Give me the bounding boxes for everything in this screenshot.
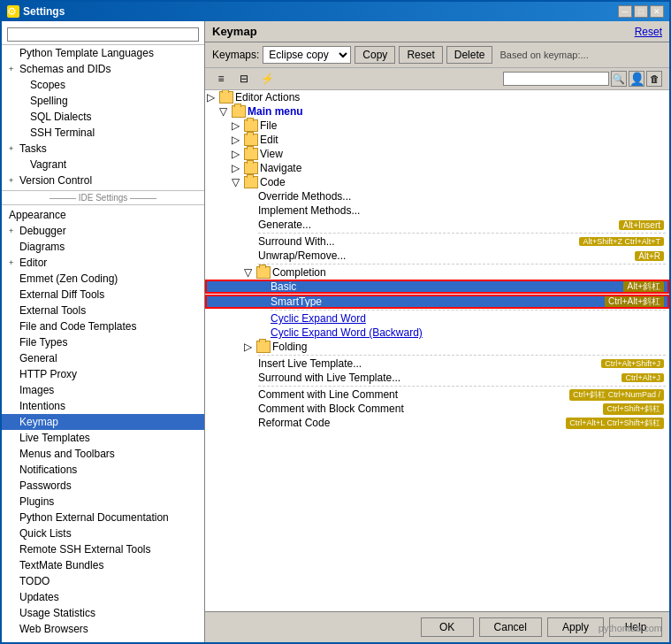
tree-row-implement[interactable]: Implement Methods... xyxy=(205,203,669,218)
sidebar-item-diagrams[interactable]: Diagrams xyxy=(2,239,204,255)
tree-row-completion[interactable]: ▽ Completion xyxy=(205,265,669,280)
ide-settings-separator: ——— IDE Settings ——— xyxy=(2,190,204,205)
sidebar-label: Keymap xyxy=(19,416,58,428)
collapse-all-icon[interactable]: ⊟ xyxy=(235,71,253,87)
tree-row-generate[interactable]: Generate... Alt+Insert xyxy=(205,218,669,232)
keymap-select[interactable]: Eclipse copy xyxy=(263,46,351,64)
sidebar-item-spelling[interactable]: Spelling xyxy=(2,93,204,109)
tree-row-insert-live[interactable]: Insert Live Template... Ctrl+Alt+Shift+J xyxy=(205,356,669,371)
maximize-button[interactable]: □ xyxy=(634,5,648,18)
separator xyxy=(258,264,666,264)
folder-icon xyxy=(244,162,258,174)
sidebar-item-debugger[interactable]: + Debugger xyxy=(2,223,204,239)
sidebar-label: HTTP Proxy xyxy=(19,368,77,380)
sidebar-item-notifications[interactable]: Notifications xyxy=(2,462,204,478)
sidebar-item-schemas[interactable]: + Schemas and DIDs xyxy=(2,61,204,77)
sidebar-item-menus[interactable]: Menus and Toolbars xyxy=(2,446,204,462)
sidebar-item-images[interactable]: Images xyxy=(2,382,204,398)
tree-row-line-comment[interactable]: Comment with Line Comment Ctrl+斜杠 Ctrl+N… xyxy=(205,387,669,402)
shortcut-badge: Ctrl+Shift+斜杠 xyxy=(603,403,664,415)
sidebar-item-todo[interactable]: TODO xyxy=(2,573,204,589)
sidebar-item-textmate[interactable]: TextMate Bundles xyxy=(2,557,204,573)
tree-row-basic[interactable]: Basic Alt+斜杠 xyxy=(205,280,669,294)
tree-row-navigate[interactable]: ▷ Navigate xyxy=(205,161,669,175)
tree-row-override[interactable]: Override Methods... xyxy=(205,189,669,203)
tree-row-view[interactable]: ▷ View xyxy=(205,147,669,161)
sidebar-label: Tasks xyxy=(19,142,47,155)
sidebar-item-updates[interactable]: Updates xyxy=(2,589,204,605)
tree-row-surround[interactable]: Surround With... Alt+Shift+Z Ctrl+Alt+T xyxy=(205,234,669,249)
sidebar-item-http-proxy[interactable]: HTTP Proxy xyxy=(2,366,204,382)
sidebar-item-usage-stats[interactable]: Usage Statistics xyxy=(2,605,204,621)
expand-icon: + xyxy=(9,226,18,235)
sidebar-item-intentions[interactable]: Intentions xyxy=(2,398,204,414)
sidebar-item-python-ext-docs[interactable]: Python External Documentation xyxy=(2,510,204,525)
tree-row-smarttype[interactable]: SmartType Ctrl+Alt+斜杠 xyxy=(205,295,669,309)
search-icon[interactable]: 🔍 xyxy=(611,71,627,87)
sidebar-search-input[interactable] xyxy=(7,27,199,42)
apply-button[interactable]: Apply xyxy=(547,617,604,637)
sidebar-label: Quick Lists xyxy=(19,527,72,540)
minimize-button[interactable]: ─ xyxy=(618,5,632,18)
tree-row-code[interactable]: ▽ Code xyxy=(205,175,669,189)
filter-icon[interactable]: ⚡ xyxy=(258,71,276,87)
sidebar-item-vagrant[interactable]: Vagrant xyxy=(2,157,204,172)
tree-row-cyclic-expand[interactable]: Cyclic Expand Word xyxy=(205,311,669,326)
tree-row-folding[interactable]: ▷ Folding xyxy=(205,340,669,354)
sidebar-item-plugins[interactable]: Plugins xyxy=(2,494,204,510)
sidebar-item-editor[interactable]: + Editor xyxy=(2,255,204,271)
sidebar-item-emmet[interactable]: Emmet (Zen Coding) xyxy=(2,271,204,287)
folder-icon xyxy=(232,105,246,118)
tree-label: Insert Live Template... xyxy=(258,357,601,370)
tree-row-cyclic-expand-bwd[interactable]: Cyclic Expand Word (Backward) xyxy=(205,326,669,340)
sidebar-item-python-template[interactable]: Python Template Languages xyxy=(2,45,204,61)
tree-row-editor-actions[interactable]: ▷ Editor Actions xyxy=(205,90,669,104)
tree-row-surround-live[interactable]: Surround with Live Template... Ctrl+Alt+… xyxy=(205,371,669,385)
sidebar-item-ssh[interactable]: SSH Terminal xyxy=(2,125,204,141)
expand-icon: + xyxy=(9,176,18,185)
ok-button[interactable]: OK xyxy=(421,617,474,637)
delete-button[interactable]: Delete xyxy=(446,46,493,64)
tree-row-block-comment[interactable]: Comment with Block Comment Ctrl+Shift+斜杠 xyxy=(205,402,669,416)
reset-link[interactable]: Reset xyxy=(635,26,662,38)
tree-label: Surround with Live Template... xyxy=(258,372,621,384)
sidebar-item-sql[interactable]: SQL Dialects xyxy=(2,109,204,125)
sidebar-item-passwords[interactable]: Passwords xyxy=(2,478,204,494)
clear-search-icon[interactable]: 👤 xyxy=(629,71,644,87)
tree-label: Code xyxy=(260,176,286,188)
sidebar-item-tasks[interactable]: + Tasks xyxy=(2,141,204,157)
cancel-button[interactable]: Cancel xyxy=(479,617,542,637)
sidebar-item-appearance[interactable]: Appearance xyxy=(2,207,204,223)
copy-button[interactable]: Copy xyxy=(355,46,395,64)
reset-keymap-button[interactable]: Reset xyxy=(399,46,442,64)
keymap-search-input[interactable] xyxy=(503,72,609,86)
sidebar-item-keymap[interactable]: Keymap xyxy=(2,414,204,430)
expand-icon: + xyxy=(9,258,18,267)
tree-row-reformat[interactable]: Reformat Code Ctrl+Alt+L Ctrl+Shift+斜杠 xyxy=(205,416,669,430)
sidebar-item-file-types[interactable]: File Types xyxy=(2,334,204,350)
expand-icon: ▷ xyxy=(244,341,256,353)
sidebar-label: Images xyxy=(19,384,54,396)
tree-row-edit[interactable]: ▷ Edit xyxy=(205,133,669,147)
shortcut-icon[interactable]: 🗑 xyxy=(646,71,662,87)
sidebar-item-live-templates[interactable]: Live Templates xyxy=(2,430,204,446)
sidebar-item-external-tools[interactable]: External Tools xyxy=(2,303,204,318)
expand-all-icon[interactable]: ≡ xyxy=(212,71,230,87)
sidebar: Python Template Languages + Schemas and … xyxy=(2,21,205,642)
sidebar-item-version-control[interactable]: + Version Control xyxy=(2,172,204,188)
sidebar-item-quick-lists[interactable]: Quick Lists xyxy=(2,525,204,541)
sidebar-item-general[interactable]: General xyxy=(2,350,204,366)
sidebar-item-web-browsers[interactable]: Web Browsers xyxy=(2,621,204,637)
tree-row-unwrap[interactable]: Unwrap/Remove... Alt+R xyxy=(205,249,669,263)
sidebar-label: External Tools xyxy=(19,304,86,317)
tree-row-main-menu[interactable]: ▽ Main menu xyxy=(205,104,669,119)
close-button[interactable]: ✕ xyxy=(650,5,664,18)
sidebar-item-file-code-templates[interactable]: File and Code Templates xyxy=(2,318,204,334)
sidebar-label: Live Templates xyxy=(19,432,90,444)
sidebar-item-diff-tools[interactable]: External Diff Tools xyxy=(2,287,204,303)
watermark: pythontab.com xyxy=(599,623,662,633)
tree-row-file[interactable]: ▷ File xyxy=(205,119,669,133)
sidebar-item-remote-ssh[interactable]: Remote SSH External Tools xyxy=(2,541,204,557)
tree-label: Main menu xyxy=(248,105,303,118)
sidebar-item-scopes[interactable]: Scopes xyxy=(2,77,204,93)
